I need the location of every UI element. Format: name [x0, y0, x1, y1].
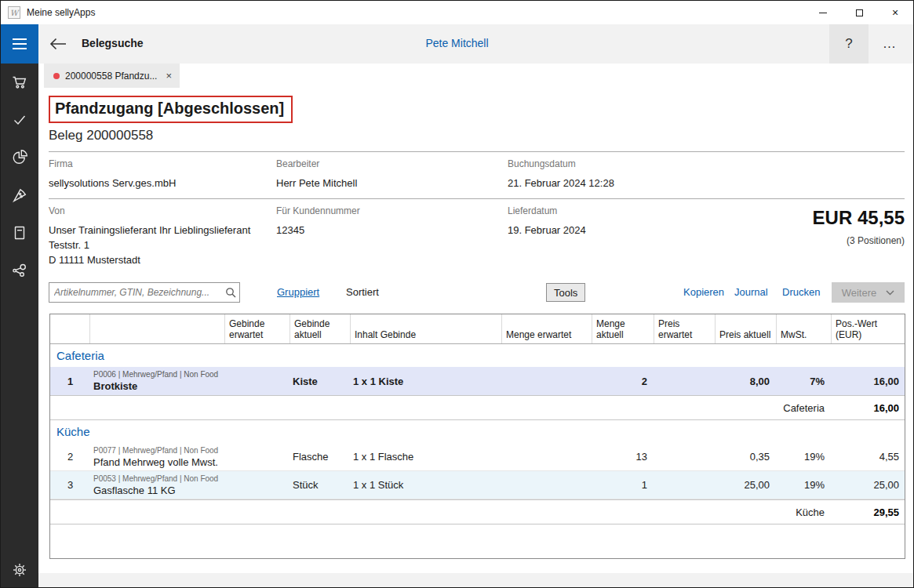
col-header-menge-aktuell: Menge aktuell [592, 314, 654, 343]
weitere-dropdown-button[interactable]: Weitere [832, 282, 905, 303]
document-status-highlight: Pfandzugang [Abgeschlossen] [49, 96, 293, 123]
lieferdatum-value: 19. Februar 2024 [508, 223, 743, 238]
kundennummer-label: Für Kundennummer [276, 205, 508, 216]
col-header-inhalt-gebinde: Inhalt Gebinde [351, 314, 502, 343]
mwst-cell: 19% [777, 451, 832, 463]
subtotal-value: 16,00 [832, 402, 906, 414]
maximize-button[interactable] [841, 1, 877, 24]
subtotal-row-cafeteria: Cafeteria 16,00 [50, 395, 905, 420]
pos-wert-cell: 4,55 [832, 451, 906, 463]
help-button[interactable]: ? [829, 24, 868, 64]
article-meta: P0006 | Mehrweg/Pfand | Non Food [93, 370, 225, 379]
von-line-3: D 11111 Musterstadt [49, 252, 276, 267]
pos-wert-cell: 25,00 [832, 479, 906, 491]
drucken-link[interactable]: Drucken [782, 286, 820, 298]
col-header-mwst: MwSt. [777, 314, 832, 343]
bearbeiter-label: Bearbeiter [276, 158, 508, 169]
checkmark-icon [10, 111, 29, 129]
article-meta: P0077 | Mehrweg/Pfand | Non Food [93, 446, 225, 456]
unsaved-dot-icon [53, 73, 60, 79]
positions-count: (3 Positionen) [743, 235, 905, 246]
gruppiert-toggle[interactable]: Gruppiert [277, 286, 319, 298]
col-header-preis-aktuell: Preis aktuell [716, 314, 777, 343]
table-row[interactable]: 3 P0053 | Mehrweg/Pfand | Non Food Gasfl… [50, 471, 905, 499]
positions-toolbar: Gruppiert Sortiert Tools Kopieren Journa… [38, 281, 914, 305]
group-header-kueche: Küche [50, 420, 905, 443]
journal-link[interactable]: Journal [734, 286, 768, 298]
sidebar-item-orders[interactable] [9, 71, 31, 93]
bearbeiter-value: Herr Pete Mitchell [276, 176, 508, 191]
pie-chart-icon [10, 148, 29, 167]
settings-button[interactable] [1, 557, 38, 583]
window-title: Meine sellyApps [27, 7, 95, 18]
book-icon [10, 223, 29, 242]
buchungsdatum-value: 21. Februar 2024 12:28 [508, 176, 743, 191]
pizza-icon [10, 186, 29, 205]
document-title: Pfandzugang [Abgeschlossen] [55, 100, 284, 117]
col-header-gebinde-aktuell: Gebinde aktuell [290, 314, 351, 343]
article-meta: P0053 | Mehrweg/Pfand | Non Food [93, 474, 225, 484]
minimize-button[interactable] [805, 1, 841, 24]
col-header-gebinde-erwartet: Gebinde erwartet [225, 314, 290, 343]
more-options-button[interactable]: ... [872, 24, 907, 64]
table-header-row: Gebinde erwartet Gebinde aktuell Inhalt … [50, 314, 905, 344]
col-header-num [50, 314, 90, 343]
app-logo-icon: W [8, 6, 20, 19]
row-number: 3 [50, 479, 90, 491]
article-name: Pfand Mehrweg volle Mwst. [93, 456, 225, 468]
gebinde-aktuell-cell: Kiste [290, 376, 351, 387]
sidebar-item-tasks[interactable] [9, 109, 31, 131]
kundennummer-value: 12345 [276, 223, 508, 238]
pos-wert-cell: 16,00 [832, 376, 906, 387]
chevron-down-icon [886, 290, 894, 296]
col-header-pos-wert: Pos.-Wert (EUR) [832, 314, 906, 343]
content-area: 200000558 Pfandzu... × Pfandzugang [Abge… [38, 64, 914, 575]
sidebar-item-share[interactable] [9, 260, 31, 281]
lieferdatum-label: Lieferdatum [508, 205, 743, 216]
table-row[interactable]: 2 P0077 | Mehrweg/Pfand | Non Food Pfand… [50, 443, 905, 471]
kopieren-link[interactable]: Kopieren [683, 286, 724, 298]
status-strip [38, 573, 914, 587]
tools-button[interactable]: Tools [546, 283, 585, 302]
table-row[interactable]: 1 P0006 | Mehrweg/Pfand | Non Food Brotk… [50, 367, 905, 395]
app-header-bar: Belegsuche Pete Mitchell ? ... [1, 24, 913, 64]
subtotal-value: 29,55 [832, 506, 906, 518]
document-total: EUR 45,55 (3 Positionen) [743, 205, 905, 267]
tab-row: 200000558 Pfandzu... × [38, 64, 914, 88]
sortiert-toggle[interactable]: Sortiert [346, 286, 379, 298]
inhalt-gebinde-cell: 1 x 1 Kiste [351, 376, 502, 387]
inhalt-gebinde-cell: 1 x 1 Stück [351, 479, 502, 491]
info-row-1: Firma sellysolutions Serv.ges.mbH Bearbe… [49, 151, 905, 198]
info-row-2: Von Unser Trainingslieferant Ihr Lieblin… [49, 198, 905, 275]
inhalt-gebinde-cell: 1 x 1 Flasche [351, 451, 502, 463]
subtotal-label: Cafeteria [50, 402, 832, 414]
field-lieferdatum: Lieferdatum 19. Februar 2024 [508, 205, 743, 267]
col-header-menge-erwartet: Menge erwartet [502, 314, 592, 343]
von-label: Von [49, 205, 276, 216]
article-name: Brotkiste [93, 380, 225, 392]
article-search-box [49, 282, 240, 303]
search-icon[interactable] [222, 287, 239, 298]
title-bar: W Meine sellyApps × [1, 1, 913, 24]
close-button[interactable]: × [877, 1, 913, 24]
close-icon: × [892, 7, 898, 18]
row-number: 1 [50, 376, 90, 387]
user-name-link[interactable]: Pete Mitchell [1, 37, 913, 49]
field-von: Von Unser Trainingslieferant Ihr Lieblin… [49, 205, 276, 267]
menge-aktuell-cell: 1 [592, 479, 654, 491]
sidebar-item-food[interactable] [9, 184, 31, 206]
sidebar-item-statistics[interactable] [9, 147, 31, 169]
search-input[interactable] [49, 287, 222, 298]
total-amount: EUR 45,55 [743, 207, 905, 229]
row-number: 2 [50, 451, 90, 463]
sidebar-item-catalog[interactable] [9, 222, 31, 244]
tab-close-icon[interactable]: × [166, 70, 172, 82]
field-bearbeiter: Bearbeiter Herr Pete Mitchell [276, 158, 508, 191]
cart-icon [10, 73, 29, 92]
field-buchungsdatum: Buchungsdatum 21. Februar 2024 12:28 [508, 158, 743, 191]
positions-table: Gebinde erwartet Gebinde aktuell Inhalt … [49, 314, 905, 559]
field-kundennummer: Für Kundennummer 12345 [276, 205, 508, 267]
window-controls: × [805, 1, 913, 24]
tab-document[interactable]: 200000558 Pfandzu... × [44, 64, 180, 88]
menge-aktuell-cell: 13 [592, 451, 654, 463]
